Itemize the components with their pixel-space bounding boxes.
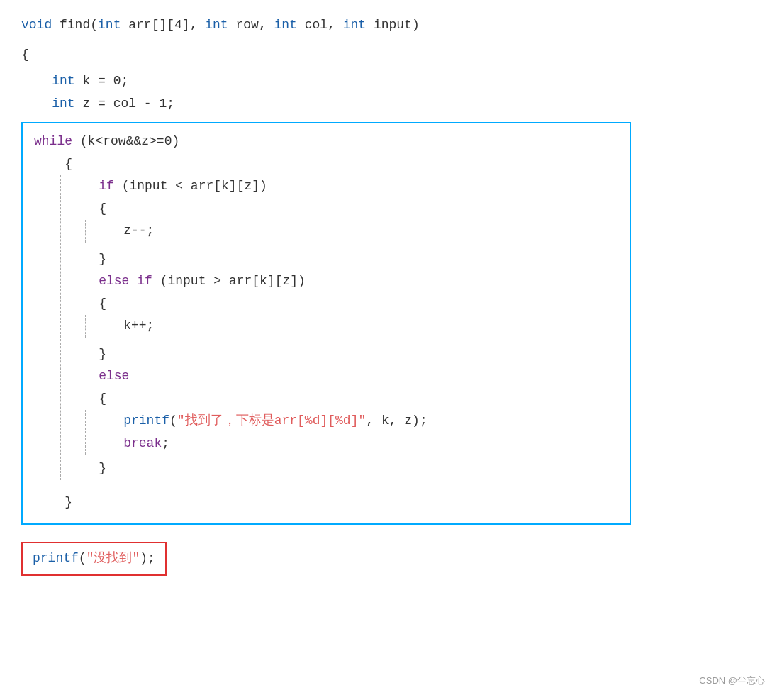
elseif-close-brace: }	[68, 343, 618, 366]
elseif-open-brace: {	[68, 293, 618, 316]
line-z: int z = col - 1;	[21, 93, 761, 116]
watermark: CSDN @尘忘心	[699, 674, 765, 687]
while-open-brace: {	[34, 153, 618, 176]
if-close-brace: }	[68, 248, 618, 271]
else-open-brace: {	[68, 388, 618, 411]
while-close-brace: }	[34, 491, 618, 514]
else-close-brace: }	[68, 457, 618, 480]
break-line: break;	[93, 433, 618, 455]
elseif-line: else if (input > arr[k][z])	[68, 270, 618, 293]
z-decrement: z--;	[93, 220, 618, 243]
while-block: while (k<row&&z>=0) { if (input < arr[k]…	[21, 122, 631, 525]
function-signature: void find(int arr[][4], int row, int col…	[21, 14, 761, 37]
void-keyword: void	[21, 18, 52, 32]
if-line: if (input < arr[k][z])	[68, 175, 618, 198]
printf-found-line: printf("找到了，下标是arr[%d][%d]", k, z);	[93, 410, 618, 433]
printf-notfound-block: printf("没找到");	[21, 542, 167, 576]
code-display: void find(int arr[][4], int row, int col…	[21, 14, 761, 576]
line-k: int k = 0;	[21, 70, 761, 93]
if-open-brace: {	[68, 198, 618, 221]
while-line: while (k<row&&z>=0)	[34, 130, 618, 153]
k-increment: k++;	[93, 315, 618, 338]
else-line: else	[68, 365, 618, 388]
outer-open-brace: {	[21, 44, 761, 67]
